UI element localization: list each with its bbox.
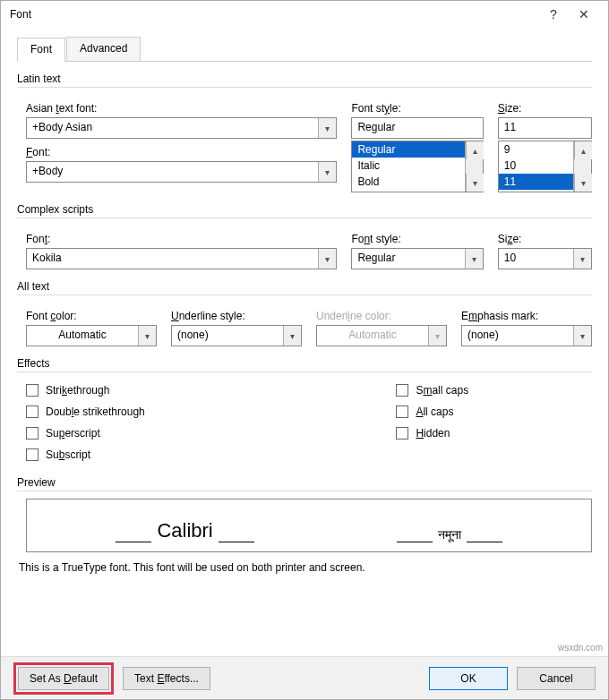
dropdown-icon[interactable]: ▾ xyxy=(318,249,336,269)
tab-bar: Font Advanced xyxy=(17,37,592,62)
checkbox-icon xyxy=(396,405,408,418)
checkbox-label: Superscript xyxy=(46,427,100,440)
checkbox-label: Small caps xyxy=(416,384,468,397)
cs-style-combo[interactable]: Regular ▾ xyxy=(351,248,483,269)
size-listbox[interactable]: 9 10 11 ▴ ▾ xyxy=(498,141,592,192)
double-strikethrough-checkbox[interactable]: Double strikethrough xyxy=(26,405,382,418)
cs-size-label: Size: xyxy=(498,233,592,245)
checkbox-icon xyxy=(26,448,39,461)
cs-style-label: Font style: xyxy=(351,233,483,245)
font-style-combo[interactable]: Regular xyxy=(351,117,483,139)
superscript-checkbox[interactable]: Superscript xyxy=(26,427,382,440)
underline-color-combo: Automatic ▾ xyxy=(316,325,447,346)
scroll-up-icon[interactable]: ▴ xyxy=(574,141,592,159)
size-value: 11 xyxy=(499,118,591,138)
preview-sample-complex: नमूना xyxy=(438,527,461,542)
latin-font-combo[interactable]: +Body ▾ xyxy=(26,161,337,183)
button-label: Cancel xyxy=(539,672,572,685)
font-style-value: Regular xyxy=(352,118,482,138)
tab-font-label: Font xyxy=(30,43,52,55)
section-complex-scripts: Complex scripts xyxy=(17,203,592,216)
latin-font-label: Font: xyxy=(26,146,337,158)
checkbox-label: All caps xyxy=(416,405,453,418)
set-as-default-button[interactable]: Set As Default xyxy=(18,667,109,690)
button-label: Set As Default xyxy=(30,672,98,685)
section-all-text: All text xyxy=(17,280,592,293)
preview-box: Calibri नमूना xyxy=(26,499,592,552)
close-button[interactable]: ✕ xyxy=(569,7,599,21)
underline-color-value: Automatic xyxy=(317,326,428,346)
list-item[interactable]: Bold xyxy=(352,174,464,190)
dropdown-icon[interactable]: ▾ xyxy=(318,162,336,182)
cs-font-label: Font: xyxy=(26,233,337,245)
checkbox-icon xyxy=(26,427,39,440)
tab-advanced-label: Advanced xyxy=(80,42,127,55)
size-combo[interactable]: 11 xyxy=(498,117,592,139)
small-caps-checkbox[interactable]: Small caps xyxy=(396,384,592,397)
checkbox-icon xyxy=(396,427,408,440)
truetype-message: This is a TrueType font. This font will … xyxy=(19,561,590,574)
scroll-up-icon[interactable]: ▴ xyxy=(466,141,484,159)
cancel-button[interactable]: Cancel xyxy=(517,667,596,690)
checkbox-icon xyxy=(26,405,39,418)
latin-font-value: +Body xyxy=(27,162,318,182)
font-dialog: Font ? ✕ Font Advanced Latin text Asian … xyxy=(0,0,609,700)
dropdown-icon[interactable]: ▾ xyxy=(465,249,483,269)
tab-advanced[interactable]: Advanced xyxy=(66,37,141,61)
list-item[interactable]: 9 xyxy=(499,141,573,158)
emphasis-mark-value: (none) xyxy=(462,326,573,346)
scrollbar[interactable]: ▴ ▾ xyxy=(465,141,483,192)
underline-color-label: Underline color: xyxy=(316,310,447,322)
underline-style-value: (none) xyxy=(172,326,283,346)
cs-size-combo[interactable]: 10 ▾ xyxy=(498,248,592,269)
dropdown-icon[interactable]: ▾ xyxy=(573,326,591,346)
strikethrough-checkbox[interactable]: Strikethrough xyxy=(26,384,382,397)
list-item[interactable]: Regular xyxy=(352,141,464,158)
font-color-value: Automatic xyxy=(27,326,138,346)
dropdown-icon: ▾ xyxy=(428,326,446,346)
dropdown-icon[interactable]: ▾ xyxy=(573,249,591,269)
checkbox-label: Subscript xyxy=(46,448,90,461)
asian-font-value: +Body Asian xyxy=(27,118,318,138)
dropdown-icon[interactable]: ▾ xyxy=(318,118,336,138)
checkbox-label: Double strikethrough xyxy=(46,405,145,418)
section-latin-text: Latin text xyxy=(17,73,592,85)
button-bar: Set As Default Text Effects... OK Cancel xyxy=(1,656,608,699)
checkbox-label: Hidden xyxy=(416,427,450,440)
text-effects-button[interactable]: Text Effects... xyxy=(123,667,210,690)
checkbox-icon xyxy=(26,384,39,397)
list-item[interactable]: 10 xyxy=(499,158,573,174)
button-label: OK xyxy=(460,672,476,685)
emphasis-mark-combo[interactable]: (none) ▾ xyxy=(461,325,592,346)
asian-font-combo[interactable]: +Body Asian ▾ xyxy=(26,117,337,139)
scroll-down-icon[interactable]: ▾ xyxy=(466,174,484,192)
set-default-highlight: Set As Default xyxy=(13,662,114,695)
font-color-combo[interactable]: Automatic ▾ xyxy=(26,325,157,346)
titlebar: Font ? ✕ xyxy=(1,1,608,28)
all-caps-checkbox[interactable]: All caps xyxy=(396,405,592,418)
scrollbar[interactable]: ▴ ▾ xyxy=(573,141,591,192)
font-style-listbox[interactable]: Regular Italic Bold ▴ ▾ xyxy=(351,141,483,192)
tab-font[interactable]: Font xyxy=(17,38,65,62)
underline-style-combo[interactable]: (none) ▾ xyxy=(171,325,302,346)
emphasis-mark-label: Emphasis mark: xyxy=(461,310,592,322)
checkbox-label: Strikethrough xyxy=(46,384,109,397)
subscript-checkbox[interactable]: Subscript xyxy=(26,448,382,461)
dropdown-icon[interactable]: ▾ xyxy=(283,326,301,346)
scroll-down-icon[interactable]: ▾ xyxy=(574,174,592,192)
ok-button[interactable]: OK xyxy=(429,667,508,690)
button-label: Text Effects... xyxy=(134,672,199,685)
cs-font-combo[interactable]: Kokila ▾ xyxy=(26,248,337,269)
cs-style-value: Regular xyxy=(352,249,464,269)
dialog-title: Font xyxy=(10,8,538,21)
underline-style-label: Underline style: xyxy=(171,310,302,322)
list-item[interactable]: Italic xyxy=(352,158,464,174)
font-style-label: Font style: xyxy=(351,102,483,115)
section-preview: Preview xyxy=(17,476,592,489)
preview-sample-latin: Calibri xyxy=(157,519,212,542)
dropdown-icon[interactable]: ▾ xyxy=(138,326,156,346)
list-item[interactable]: 11 xyxy=(499,174,573,190)
asian-font-label: Asian text font: xyxy=(26,102,337,115)
help-button[interactable]: ? xyxy=(538,7,569,21)
hidden-checkbox[interactable]: Hidden xyxy=(396,427,592,440)
